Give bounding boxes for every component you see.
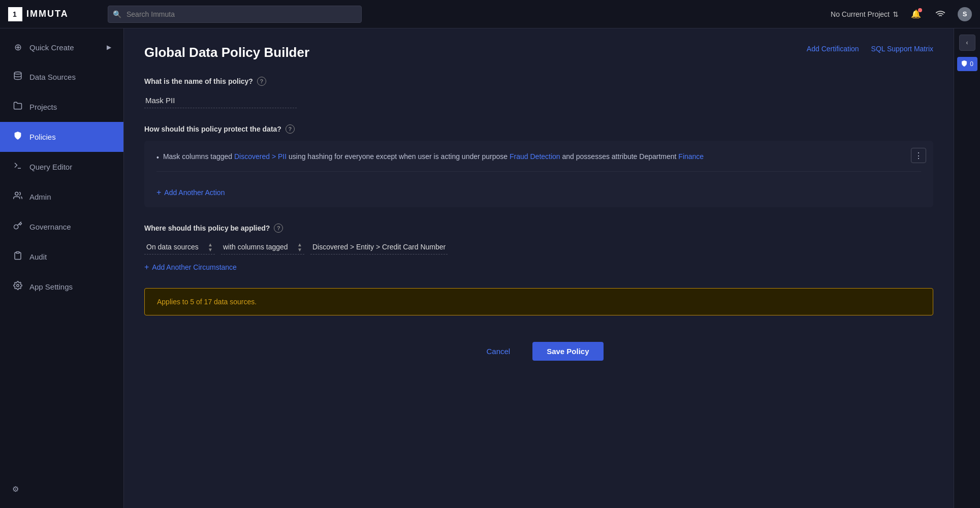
protection-rule: • Mask columns tagged Discovered > PII u… [156, 151, 921, 163]
rule-bullet: • [156, 152, 159, 163]
svg-point-5 [17, 284, 19, 287]
attribute-link[interactable]: Finance [678, 152, 704, 161]
save-policy-button[interactable]: Save Policy [532, 342, 603, 361]
purpose-link[interactable]: Fraud Detection [510, 152, 560, 161]
shield-count-badge[interactable]: 0 [957, 57, 977, 71]
shield-icon [12, 131, 23, 143]
svg-rect-4 [16, 252, 19, 253]
right-panel: ‹ 0 [954, 28, 980, 508]
search-bar[interactable]: 🔍 [108, 6, 362, 23]
project-selector[interactable]: No Current Project ⇅ [831, 10, 899, 18]
sidebar-item-policies[interactable]: Policies [0, 122, 123, 152]
gear-icon [12, 281, 23, 293]
sidebar-item-admin[interactable]: Admin [0, 182, 123, 212]
chevron-right-icon: ▶ [107, 44, 111, 51]
application-section-label: Where should this policy be applied? ? [144, 224, 933, 233]
main-layout: ⊕ Quick Create ▶ Data Sources Projects [0, 28, 980, 508]
wifi-icon[interactable] [933, 7, 947, 21]
sidebar-item-label: Governance [29, 223, 71, 231]
sidebar-item-governance[interactable]: Governance [0, 212, 123, 242]
users-icon [12, 191, 23, 203]
application-section: Where should this policy be applied? ? O… [144, 224, 933, 272]
top-navigation: 1 IMMUTA 🔍 No Current Project ⇅ 🔔 S [0, 0, 980, 28]
search-input[interactable] [108, 6, 362, 23]
plus-icon: ⊕ [12, 42, 23, 53]
tag-pii-link[interactable]: Discovered > PII [234, 152, 287, 161]
settings-icon: ⚙ [12, 485, 19, 494]
applies-box: Applies to 5 of 17 data sources. [144, 288, 933, 315]
protection-help-icon[interactable]: ? [286, 124, 295, 134]
add-certification-link[interactable]: Add Certification [807, 45, 859, 53]
application-help-icon[interactable]: ? [274, 224, 283, 233]
tag-value: Discovered > Entity > Credit Card Number [310, 240, 448, 255]
sidebar-item-label: Query Editor [29, 163, 72, 171]
shield-count: 0 [970, 60, 973, 68]
sidebar-item-label: App Settings [29, 282, 73, 291]
sidebar-bottom: ⚙ [0, 470, 123, 508]
search-icon: 🔍 [113, 10, 121, 18]
page-header: Global Data Policy Builder Add Certifica… [144, 45, 933, 60]
sidebar-item-app-settings[interactable]: App Settings [0, 272, 123, 302]
datasource-dropdown-wrap: On data sources ▲ ▼ [144, 240, 215, 255]
sql-support-link[interactable]: SQL Support Matrix [871, 45, 933, 53]
notification-bell[interactable]: 🔔 [909, 7, 923, 21]
cancel-button[interactable]: Cancel [474, 342, 522, 361]
plus-icon: + [156, 188, 161, 197]
add-circumstance-button[interactable]: + Add Another Circumstance [144, 263, 237, 272]
project-label: No Current Project [831, 10, 890, 18]
circumstance-row: On data sources ▲ ▼ with columns tagged … [144, 240, 933, 255]
nav-right: No Current Project ⇅ 🔔 S [831, 7, 972, 21]
columns-dropdown-wrap: with columns tagged ▲ ▼ [221, 240, 304, 255]
sidebar-item-label: Policies [29, 133, 56, 141]
terminal-icon [12, 161, 23, 173]
applies-text: Applies to 5 of 17 data sources. [157, 298, 257, 306]
folder-icon [12, 101, 23, 113]
chevron-left-icon: ‹ [966, 39, 968, 46]
key-icon [12, 221, 23, 233]
chevron-down-icon: ⇅ [893, 10, 899, 18]
collapse-panel-button[interactable]: ‹ [959, 35, 975, 51]
sidebar-item-label: Data Sources [29, 73, 76, 81]
sidebar: ⊕ Quick Create ▶ Data Sources Projects [0, 28, 124, 508]
policy-name-section: What is the name of this policy? ? [144, 77, 933, 108]
protection-section: How should this policy protect the data?… [144, 124, 933, 207]
main-content: Global Data Policy Builder Add Certifica… [124, 28, 954, 508]
notification-dot [918, 8, 922, 12]
sidebar-item-label: Audit [29, 252, 47, 261]
add-action-button[interactable]: + Add Another Action [156, 188, 225, 197]
form-footer: Cancel Save Policy [144, 332, 933, 361]
policy-name-input[interactable] [144, 93, 297, 108]
sidebar-item-label: Admin [29, 193, 51, 201]
layers-icon [12, 71, 23, 83]
svg-point-1 [14, 72, 21, 75]
sidebar-item-label: Projects [29, 103, 57, 111]
settings-bottom-icon[interactable]: ⚙ [12, 479, 111, 500]
sidebar-item-query-editor[interactable]: Query Editor [0, 152, 123, 182]
sidebar-item-audit[interactable]: Audit [0, 242, 123, 272]
sidebar-item-quick-create[interactable]: ⊕ Quick Create ▶ [0, 33, 123, 62]
rule-options-button[interactable]: ⋮ [911, 148, 926, 163]
svg-point-3 [15, 192, 18, 195]
clipboard-icon [12, 251, 23, 263]
sidebar-item-label: Quick Create [29, 43, 74, 52]
logo-box: 1 [8, 7, 22, 21]
user-avatar[interactable]: S [958, 7, 972, 21]
page-title: Global Data Policy Builder [144, 45, 309, 60]
shield-badge-icon [961, 60, 968, 69]
protection-box: • Mask columns tagged Discovered > PII u… [144, 141, 933, 207]
app-logo: 1 IMMUTA [8, 7, 100, 21]
columns-dropdown[interactable]: with columns tagged [221, 240, 304, 255]
policy-name-help-icon[interactable]: ? [257, 77, 266, 86]
header-actions: Add Certification SQL Support Matrix [807, 45, 933, 53]
rule-text: Mask columns tagged Discovered > PII usi… [163, 151, 704, 162]
sidebar-item-projects[interactable]: Projects [0, 92, 123, 122]
plus-icon: + [144, 263, 149, 272]
protection-section-label: How should this policy protect the data?… [144, 124, 933, 134]
policy-name-label: What is the name of this policy? ? [144, 77, 933, 86]
sidebar-item-data-sources[interactable]: Data Sources [0, 62, 123, 92]
datasource-dropdown[interactable]: On data sources [144, 240, 215, 255]
